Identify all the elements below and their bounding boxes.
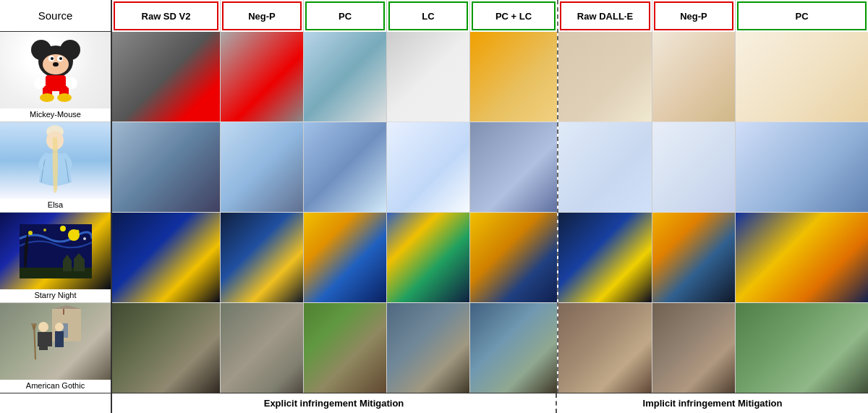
svg-point-7 xyxy=(59,57,62,60)
implicit-footer: Implicit infringement Mitigation xyxy=(557,393,868,413)
footer: Explicit infringement Mitigation Implici… xyxy=(0,393,868,413)
pc2-gothic xyxy=(736,303,868,393)
raw-sd-gothic xyxy=(112,303,220,393)
svg-point-20 xyxy=(43,229,46,231)
neg-p-starry xyxy=(221,213,303,303)
pclc-mickey xyxy=(470,32,557,122)
neg-p-label: Neg-P xyxy=(248,11,276,22)
pc2-starry xyxy=(736,213,868,303)
raw-sd-label: Raw SD V2 xyxy=(142,11,191,22)
source-cell-starry: Starry Night xyxy=(0,213,111,303)
implicit-label: Implicit infringement Mitigation xyxy=(643,398,783,409)
raw-dalle-mickey xyxy=(558,32,652,122)
pclc-header: PC + LC xyxy=(472,1,556,30)
source-title: Source xyxy=(38,9,73,22)
raw-sd-mickey xyxy=(112,32,220,122)
elsa-label: Elsa xyxy=(48,200,63,209)
svg-rect-36 xyxy=(38,332,42,346)
gothic-label: American Gothic xyxy=(26,381,85,390)
svg-point-24 xyxy=(68,229,80,241)
lc-gothic xyxy=(387,303,469,393)
svg-point-13 xyxy=(57,93,72,102)
source-cell-gothic: American Gothic xyxy=(0,303,111,393)
pclc-elsa xyxy=(470,122,557,213)
svg-point-6 xyxy=(51,57,54,60)
gothic-svg xyxy=(23,305,88,378)
pc-label: PC xyxy=(339,11,352,22)
pc-header: PC xyxy=(305,1,385,30)
raw-dalle-elsa xyxy=(558,122,652,213)
mickey-label: Mickey-Mouse xyxy=(30,110,81,119)
source-image-mickey xyxy=(0,32,111,108)
explicit-label: Explicit infringement Mitigation xyxy=(264,398,404,409)
source-cell-mickey: Mickey-Mouse xyxy=(0,32,111,122)
raw-sd-header: Raw SD V2 xyxy=(114,1,218,30)
neg-p2-header: Neg-P xyxy=(654,1,733,30)
col-pclc: PC + LC xyxy=(470,0,557,393)
neg-p2-label: Neg-P xyxy=(680,11,707,22)
pc-mickey xyxy=(304,32,386,122)
source-image-starry xyxy=(0,213,111,289)
svg-rect-27 xyxy=(74,259,85,271)
pclc-gothic xyxy=(470,303,557,393)
svg-rect-37 xyxy=(48,332,52,346)
pc2-label: PC xyxy=(795,11,808,22)
footer-source-spacer xyxy=(0,393,112,413)
col-raw-dalle: Raw DALL·E xyxy=(558,0,652,393)
mickey-svg xyxy=(27,34,85,106)
explicit-footer: Explicit infringement Mitigation xyxy=(112,393,557,413)
neg-p2-starry xyxy=(652,213,735,303)
svg-point-15 xyxy=(66,77,77,89)
svg-rect-26 xyxy=(63,260,72,271)
svg-point-14 xyxy=(34,77,46,89)
pc2-elsa xyxy=(736,122,868,213)
pc2-header: PC xyxy=(737,1,867,30)
lc-label: LC xyxy=(422,11,434,22)
raw-dalle-header: Raw DALL·E xyxy=(560,1,650,30)
lc-starry xyxy=(387,213,469,303)
col-lc: LC xyxy=(387,0,470,393)
svg-point-23 xyxy=(83,237,86,240)
content-area: Source xyxy=(0,0,868,393)
neg-p-elsa xyxy=(221,122,303,213)
neg-p-header: Neg-P xyxy=(222,1,302,30)
svg-point-19 xyxy=(28,231,33,235)
svg-point-41 xyxy=(55,323,64,331)
source-header: Source xyxy=(0,0,111,32)
svg-point-21 xyxy=(60,226,66,231)
starry-label: Starry Night xyxy=(34,291,76,299)
pc-elsa xyxy=(304,122,386,213)
raw-dalle-gothic xyxy=(558,303,652,393)
svg-point-12 xyxy=(40,93,54,102)
col-pc: PC xyxy=(304,0,387,393)
col-neg-p2: Neg-P xyxy=(652,0,736,393)
svg-point-8 xyxy=(53,62,59,67)
starry-svg xyxy=(20,224,92,278)
raw-sd-starry xyxy=(112,213,220,303)
pclc-starry xyxy=(470,213,557,303)
svg-rect-42 xyxy=(55,331,64,347)
pc2-mickey xyxy=(736,32,868,122)
neg-p-mickey xyxy=(221,32,303,122)
source-cell-elsa: Elsa xyxy=(0,122,111,213)
svg-rect-33 xyxy=(63,309,64,315)
pclc-label: PC + LC xyxy=(495,11,532,22)
svg-point-34 xyxy=(38,322,48,332)
raw-dalle-starry xyxy=(558,213,652,303)
neg-p2-elsa xyxy=(652,122,735,213)
main-layout: Source xyxy=(0,0,868,413)
raw-sd-elsa xyxy=(112,122,220,213)
col-raw-sd: Raw SD V2 xyxy=(112,0,221,393)
svg-marker-31 xyxy=(52,305,81,309)
lc-header: LC xyxy=(388,1,468,30)
pc-starry xyxy=(304,213,386,303)
source-image-gothic xyxy=(0,303,111,380)
raw-dalle-label: Raw DALL·E xyxy=(577,11,633,22)
elsa-svg xyxy=(35,124,75,197)
pc-gothic xyxy=(304,303,386,393)
neg-p2-mickey xyxy=(652,32,735,122)
source-image-elsa xyxy=(0,122,111,199)
lc-mickey xyxy=(387,32,469,122)
col-neg-p: Neg-P xyxy=(221,0,304,393)
lc-elsa xyxy=(387,122,469,213)
